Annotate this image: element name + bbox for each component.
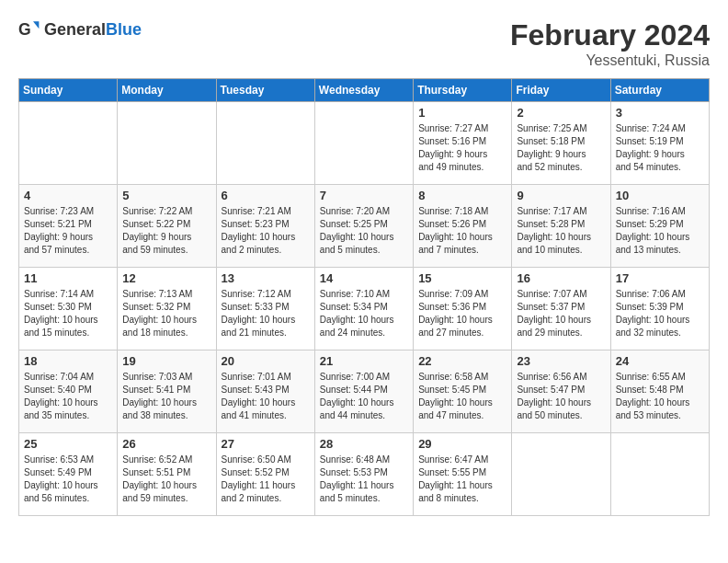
calendar-cell bbox=[314, 102, 413, 185]
header-day-monday: Monday bbox=[118, 79, 216, 102]
day-info: Sunrise: 7:25 AM Sunset: 5:18 PM Dayligh… bbox=[517, 122, 605, 174]
calendar-cell bbox=[19, 102, 118, 185]
calendar-cell: 19Sunrise: 7:03 AM Sunset: 5:41 PM Dayli… bbox=[118, 350, 216, 433]
day-info: Sunrise: 7:09 AM Sunset: 5:36 PM Dayligh… bbox=[418, 288, 506, 339]
calendar-cell: 16Sunrise: 7:07 AM Sunset: 5:37 PM Dayli… bbox=[512, 268, 610, 350]
day-number: 19 bbox=[122, 354, 210, 368]
day-number: 28 bbox=[320, 437, 408, 451]
svg-text:G: G bbox=[18, 20, 31, 39]
day-number: 23 bbox=[517, 354, 605, 368]
day-number: 9 bbox=[517, 189, 605, 202]
calendar-cell: 24Sunrise: 6:55 AM Sunset: 5:48 PM Dayli… bbox=[610, 350, 709, 433]
day-info: Sunrise: 7:16 AM Sunset: 5:29 PM Dayligh… bbox=[616, 205, 704, 257]
day-number: 6 bbox=[222, 189, 310, 202]
day-info: Sunrise: 7:24 AM Sunset: 5:19 PM Dayligh… bbox=[616, 122, 704, 174]
calendar-cell: 6Sunrise: 7:21 AM Sunset: 5:23 PM Daylig… bbox=[216, 185, 314, 268]
day-number: 2 bbox=[517, 106, 605, 120]
day-number: 17 bbox=[616, 271, 704, 285]
day-info: Sunrise: 6:48 AM Sunset: 5:53 PM Dayligh… bbox=[320, 454, 408, 505]
day-number: 15 bbox=[418, 271, 506, 285]
calendar-table: SundayMondayTuesdayWednesdayThursdayFrid… bbox=[18, 78, 710, 516]
calendar-cell: 18Sunrise: 7:04 AM Sunset: 5:40 PM Dayli… bbox=[19, 350, 118, 433]
calendar-cell bbox=[216, 102, 314, 185]
day-info: Sunrise: 6:50 AM Sunset: 5:52 PM Dayligh… bbox=[222, 454, 310, 505]
day-number: 18 bbox=[24, 354, 112, 368]
calendar-cell bbox=[610, 433, 709, 516]
calendar-cell: 13Sunrise: 7:12 AM Sunset: 5:33 PM Dayli… bbox=[216, 268, 314, 350]
day-number: 26 bbox=[122, 437, 210, 451]
logo-icon: G bbox=[18, 18, 40, 40]
day-number: 25 bbox=[24, 437, 112, 451]
day-info: Sunrise: 7:12 AM Sunset: 5:33 PM Dayligh… bbox=[222, 288, 310, 339]
day-info: Sunrise: 7:27 AM Sunset: 5:16 PM Dayligh… bbox=[418, 122, 506, 174]
day-number: 10 bbox=[616, 189, 704, 202]
day-number: 24 bbox=[616, 354, 704, 368]
day-number: 22 bbox=[418, 354, 506, 368]
calendar-cell: 9Sunrise: 7:17 AM Sunset: 5:28 PM Daylig… bbox=[512, 185, 610, 268]
calendar-cell: 14Sunrise: 7:10 AM Sunset: 5:34 PM Dayli… bbox=[314, 268, 413, 350]
calendar-cell: 26Sunrise: 6:52 AM Sunset: 5:51 PM Dayli… bbox=[118, 433, 216, 516]
calendar-cell: 7Sunrise: 7:20 AM Sunset: 5:25 PM Daylig… bbox=[314, 185, 413, 268]
calendar-week-4: 18Sunrise: 7:04 AM Sunset: 5:40 PM Dayli… bbox=[19, 350, 710, 433]
calendar-cell: 12Sunrise: 7:13 AM Sunset: 5:32 PM Dayli… bbox=[118, 268, 216, 350]
day-info: Sunrise: 7:20 AM Sunset: 5:25 PM Dayligh… bbox=[320, 205, 408, 257]
calendar-cell: 1Sunrise: 7:27 AM Sunset: 5:16 PM Daylig… bbox=[414, 102, 512, 185]
day-number: 7 bbox=[320, 189, 408, 202]
calendar-cell: 20Sunrise: 7:01 AM Sunset: 5:43 PM Dayli… bbox=[216, 350, 314, 433]
day-number: 20 bbox=[222, 354, 310, 368]
day-info: Sunrise: 7:22 AM Sunset: 5:22 PM Dayligh… bbox=[122, 205, 210, 257]
header-day-wednesday: Wednesday bbox=[314, 79, 413, 102]
calendar-cell: 17Sunrise: 7:06 AM Sunset: 5:39 PM Dayli… bbox=[610, 268, 709, 350]
day-info: Sunrise: 6:52 AM Sunset: 5:51 PM Dayligh… bbox=[122, 454, 210, 505]
header-day-tuesday: Tuesday bbox=[216, 79, 314, 102]
day-info: Sunrise: 7:03 AM Sunset: 5:41 PM Dayligh… bbox=[122, 371, 210, 422]
day-info: Sunrise: 7:10 AM Sunset: 5:34 PM Dayligh… bbox=[320, 288, 408, 339]
calendar-cell: 3Sunrise: 7:24 AM Sunset: 5:19 PM Daylig… bbox=[610, 102, 709, 185]
calendar-cell: 15Sunrise: 7:09 AM Sunset: 5:36 PM Dayli… bbox=[414, 268, 512, 350]
calendar-week-1: 1Sunrise: 7:27 AM Sunset: 5:16 PM Daylig… bbox=[19, 102, 710, 185]
title-block: February 2024 Yessentuki, Russia bbox=[510, 18, 710, 69]
calendar-week-3: 11Sunrise: 7:14 AM Sunset: 5:30 PM Dayli… bbox=[19, 268, 710, 350]
day-info: Sunrise: 7:23 AM Sunset: 5:21 PM Dayligh… bbox=[24, 205, 112, 257]
day-info: Sunrise: 7:01 AM Sunset: 5:43 PM Dayligh… bbox=[222, 371, 310, 422]
calendar-cell: 28Sunrise: 6:48 AM Sunset: 5:53 PM Dayli… bbox=[314, 433, 413, 516]
calendar-cell: 10Sunrise: 7:16 AM Sunset: 5:29 PM Dayli… bbox=[610, 185, 709, 268]
day-info: Sunrise: 7:14 AM Sunset: 5:30 PM Dayligh… bbox=[24, 288, 112, 339]
day-info: Sunrise: 7:21 AM Sunset: 5:23 PM Dayligh… bbox=[222, 205, 310, 257]
location: Yessentuki, Russia bbox=[510, 52, 710, 69]
day-info: Sunrise: 7:17 AM Sunset: 5:28 PM Dayligh… bbox=[517, 205, 605, 257]
calendar-cell: 8Sunrise: 7:18 AM Sunset: 5:26 PM Daylig… bbox=[414, 185, 512, 268]
svg-marker-1 bbox=[33, 21, 39, 29]
day-number: 5 bbox=[122, 189, 210, 202]
day-info: Sunrise: 6:53 AM Sunset: 5:49 PM Dayligh… bbox=[24, 454, 112, 505]
day-number: 29 bbox=[418, 437, 506, 451]
calendar-week-5: 25Sunrise: 6:53 AM Sunset: 5:49 PM Dayli… bbox=[19, 433, 710, 516]
month-year: February 2024 bbox=[510, 18, 710, 52]
day-info: Sunrise: 7:06 AM Sunset: 5:39 PM Dayligh… bbox=[616, 288, 704, 339]
day-info: Sunrise: 7:00 AM Sunset: 5:44 PM Dayligh… bbox=[320, 371, 408, 422]
calendar-cell bbox=[512, 433, 610, 516]
calendar-cell: 25Sunrise: 6:53 AM Sunset: 5:49 PM Dayli… bbox=[19, 433, 118, 516]
day-number: 1 bbox=[418, 106, 506, 120]
calendar-cell: 11Sunrise: 7:14 AM Sunset: 5:30 PM Dayli… bbox=[19, 268, 118, 350]
logo-general-text: GeneralBlue bbox=[44, 20, 142, 40]
day-info: Sunrise: 7:04 AM Sunset: 5:40 PM Dayligh… bbox=[24, 371, 112, 422]
day-number: 13 bbox=[222, 271, 310, 285]
day-number: 8 bbox=[418, 189, 506, 202]
day-number: 3 bbox=[616, 106, 704, 120]
calendar-cell: 23Sunrise: 6:56 AM Sunset: 5:47 PM Dayli… bbox=[512, 350, 610, 433]
header-day-thursday: Thursday bbox=[414, 79, 512, 102]
header-day-friday: Friday bbox=[512, 79, 610, 102]
day-info: Sunrise: 7:13 AM Sunset: 5:32 PM Dayligh… bbox=[122, 288, 210, 339]
logo: G GeneralBlue bbox=[18, 18, 142, 40]
calendar-cell bbox=[118, 102, 216, 185]
page-header: G GeneralBlue February 2024 Yessentuki, … bbox=[18, 18, 710, 69]
day-info: Sunrise: 6:55 AM Sunset: 5:48 PM Dayligh… bbox=[616, 371, 704, 422]
calendar-cell: 5Sunrise: 7:22 AM Sunset: 5:22 PM Daylig… bbox=[118, 185, 216, 268]
calendar-cell: 22Sunrise: 6:58 AM Sunset: 5:45 PM Dayli… bbox=[414, 350, 512, 433]
calendar-cell: 29Sunrise: 6:47 AM Sunset: 5:55 PM Dayli… bbox=[414, 433, 512, 516]
calendar-cell: 2Sunrise: 7:25 AM Sunset: 5:18 PM Daylig… bbox=[512, 102, 610, 185]
calendar-week-2: 4Sunrise: 7:23 AM Sunset: 5:21 PM Daylig… bbox=[19, 185, 710, 268]
day-number: 21 bbox=[320, 354, 408, 368]
calendar-header-row: SundayMondayTuesdayWednesdayThursdayFrid… bbox=[19, 79, 710, 102]
